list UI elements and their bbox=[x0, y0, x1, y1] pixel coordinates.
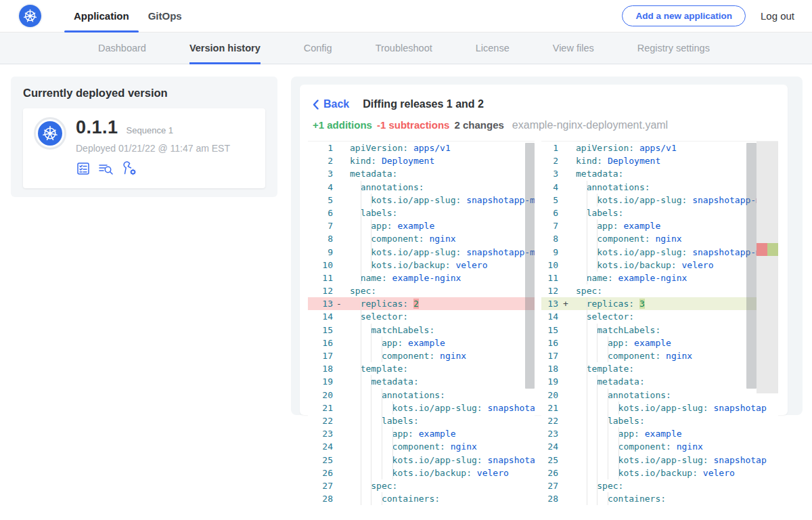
subnav-registry-settings[interactable]: Registry settings bbox=[637, 32, 710, 64]
subnav-config[interactable]: Config bbox=[304, 32, 332, 64]
indent-guide bbox=[608, 492, 608, 505]
indent-guide bbox=[361, 272, 361, 284]
line-number: 3 bbox=[541, 167, 558, 180]
indent-guide bbox=[618, 467, 619, 479]
line-number: 16 bbox=[308, 337, 333, 349]
line-number: 19 bbox=[308, 375, 333, 388]
indent-guide bbox=[371, 324, 371, 337]
diff-sign bbox=[336, 284, 343, 297]
subnav-view-files[interactable]: View files bbox=[553, 32, 594, 64]
line-number: 21 bbox=[541, 402, 558, 414]
indent-guide bbox=[382, 427, 382, 440]
line-number: 9 bbox=[541, 246, 558, 259]
indent-guide bbox=[361, 207, 361, 219]
code-line: 5kots.io/app-slug: snapshotapp-mu bbox=[308, 194, 535, 207]
diff-sign bbox=[563, 232, 570, 245]
indent-guide bbox=[361, 310, 361, 323]
indent-guide bbox=[382, 349, 382, 362]
code-line: 2kind: Deployment bbox=[308, 154, 535, 167]
modified-pane-scrollbar[interactable] bbox=[746, 143, 757, 389]
indent-guide bbox=[392, 454, 393, 467]
diff-sign bbox=[336, 349, 343, 362]
indent-guide bbox=[361, 232, 361, 245]
indent-guide bbox=[392, 427, 393, 440]
indent-guide bbox=[382, 440, 382, 453]
indent-guide bbox=[597, 467, 597, 479]
indent-guide bbox=[361, 389, 361, 402]
diff-sign bbox=[336, 389, 343, 402]
line-number: 13 bbox=[541, 297, 558, 310]
indent-guide bbox=[587, 375, 587, 388]
code-line: 7app: example bbox=[308, 219, 535, 232]
diff-stats: +1 additions -1 subtractions 2 changes e… bbox=[313, 119, 788, 131]
diff-sign bbox=[563, 324, 570, 337]
tab-gitops[interactable]: GitOps bbox=[139, 0, 191, 32]
indent-guide bbox=[587, 259, 587, 272]
line-number: 22 bbox=[308, 414, 333, 427]
line-number: 23 bbox=[541, 427, 558, 440]
top-navbar: Application GitOps Add a new application… bbox=[0, 0, 812, 32]
subnav-license[interactable]: License bbox=[476, 32, 510, 64]
diff-sign bbox=[563, 375, 570, 388]
line-number: 28 bbox=[308, 492, 333, 505]
back-link[interactable]: Back bbox=[313, 98, 349, 110]
indent-guide bbox=[361, 440, 361, 453]
diff-sign bbox=[563, 284, 570, 297]
diff-title: Diffing releases 1 and 2 bbox=[363, 98, 484, 110]
troubleshoot-tools-icon[interactable] bbox=[122, 160, 138, 177]
indent-guide bbox=[361, 219, 361, 232]
indent-guide bbox=[361, 362, 361, 375]
diff-sign bbox=[336, 402, 343, 414]
indent-guide bbox=[597, 375, 597, 388]
code-line: 20annotations: bbox=[308, 389, 535, 402]
subnav-troubleshoot[interactable]: Troubleshoot bbox=[376, 32, 432, 64]
tab-application-label: Application bbox=[74, 10, 129, 22]
currently-deployed-card: Currently deployed version 0.1.1 bbox=[11, 77, 277, 197]
original-pane-scrollbar[interactable] bbox=[525, 143, 535, 389]
code-line: 23app: example bbox=[541, 427, 778, 440]
app-kubernetes-icon bbox=[34, 117, 66, 150]
diff-sign bbox=[336, 414, 343, 427]
tab-application[interactable]: Application bbox=[64, 0, 139, 32]
code-line: 6labels: bbox=[308, 207, 535, 219]
subnav-version-history[interactable]: Version history bbox=[189, 32, 261, 64]
code-line: 10kots.io/backup: velero bbox=[308, 259, 535, 272]
logout-link[interactable]: Log out bbox=[761, 10, 794, 22]
indent-guide bbox=[587, 207, 587, 219]
indent-guide bbox=[597, 440, 597, 453]
indent-guide bbox=[361, 349, 361, 362]
indent-guide bbox=[361, 246, 361, 259]
subnav-dashboard[interactable]: Dashboard bbox=[98, 32, 146, 64]
code-line: 27spec: bbox=[541, 479, 778, 492]
indent-guide bbox=[382, 389, 382, 402]
indent-guide bbox=[587, 414, 587, 427]
diff-sign bbox=[563, 454, 570, 467]
diff-sign: - bbox=[336, 297, 343, 310]
add-application-button[interactable]: Add a new application bbox=[622, 5, 746, 26]
diff-sign bbox=[336, 467, 343, 479]
line-number: 1 bbox=[308, 142, 333, 154]
indent-guide bbox=[371, 389, 371, 402]
indent-guide bbox=[371, 440, 371, 453]
line-number: 8 bbox=[308, 232, 333, 245]
release-notes-checklist-icon[interactable] bbox=[76, 161, 91, 176]
line-number: 8 bbox=[541, 232, 558, 245]
indent-guide bbox=[597, 246, 597, 259]
code-line: 4annotations: bbox=[308, 181, 535, 194]
line-number: 17 bbox=[541, 349, 558, 362]
view-files-icon[interactable] bbox=[98, 161, 114, 176]
code-line: 12spec: bbox=[541, 284, 778, 297]
indent-guide bbox=[361, 259, 361, 272]
line-number: 18 bbox=[541, 362, 558, 375]
indent-guide bbox=[597, 454, 597, 467]
line-number: 13 bbox=[308, 297, 333, 310]
code-line: 1apiVersion: apps/v1 bbox=[308, 142, 535, 154]
line-number: 5 bbox=[541, 194, 558, 207]
indent-guide bbox=[608, 389, 608, 402]
kubernetes-logo-icon[interactable] bbox=[19, 5, 41, 27]
line-number: 16 bbox=[541, 337, 558, 349]
indent-guide bbox=[618, 402, 619, 414]
line-number: 24 bbox=[308, 440, 333, 453]
diff-sign bbox=[563, 259, 570, 272]
code-line: 25kots.io/app-slug: snapshotap bbox=[308, 454, 535, 467]
